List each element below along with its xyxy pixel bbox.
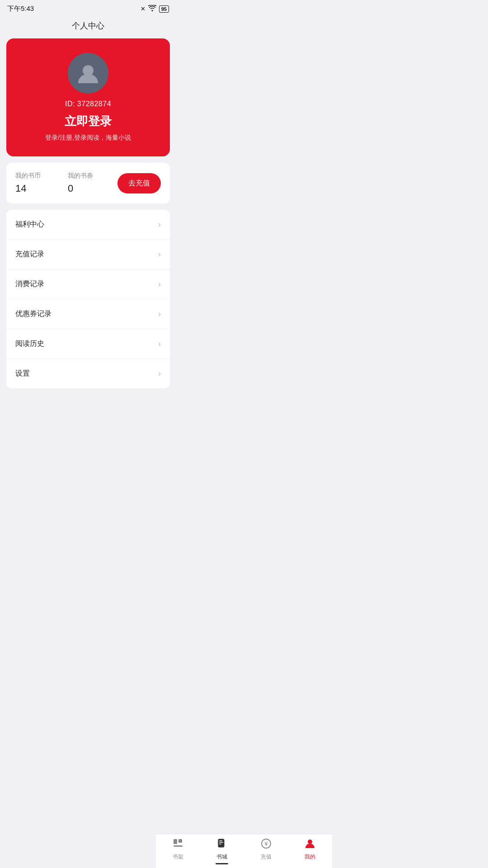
svg-rect-1 [174,839,176,844]
status-time: 下午5:43 [7,5,34,13]
user-id: ID: 37282874 [65,100,111,108]
menu-item-label-4: 阅读历史 [15,339,44,349]
status-bar: 下午5:43 ✕ 95 [0,0,176,16]
recharge-button[interactable]: 去充值 [117,173,161,193]
svg-rect-3 [174,845,176,847]
battery-icon: 95 [159,5,169,13]
main-content: ID: 37282874 立即登录 登录/注册,登录阅读，海量小说 我的书币 1… [0,38,176,429]
chevron-icon-2: › [158,279,161,289]
menu-card: 福利中心 › 充值记录 › 消费记录 › 优惠券记录 › 阅读历史 › 设置 › [6,210,170,388]
wallet-card: 我的书币 14 我的书券 0 去充值 [6,163,170,203]
bottom-nav: 书架 书城 ¥ 充值 我的 [156,834,176,868]
coins-item: 我的书币 14 [15,172,41,194]
menu-item-label-3: 优惠券记录 [15,309,52,319]
coins-label: 我的书币 [15,172,41,180]
voucher-value: 0 [68,183,93,194]
status-icons: ✕ 95 [141,5,169,13]
bookshelf-icon [172,838,176,851]
avatar [68,53,108,94]
menu-item-3[interactable]: 优惠券记录 › [6,299,170,329]
chevron-icon-4: › [158,339,161,349]
coins-value: 14 [15,183,41,194]
profile-card[interactable]: ID: 37282874 立即登录 登录/注册,登录阅读，海量小说 [6,38,170,156]
menu-item-1[interactable]: 充值记录 › [6,240,170,269]
menu-item-label-0: 福利中心 [15,220,44,229]
voucher-label: 我的书券 [68,172,93,180]
chevron-icon-0: › [158,220,161,229]
menu-item-0[interactable]: 福利中心 › [6,210,170,240]
nav-bookshelf[interactable]: 书架 [156,838,176,861]
chevron-icon-5: › [158,369,161,378]
page-title: 个人中心 [0,16,176,38]
voucher-item: 我的书券 0 [68,172,93,194]
menu-item-label-5: 设置 [15,369,30,378]
cancel-icon: ✕ [141,5,145,12]
wifi-icon [148,5,156,13]
nav-bookshelf-label: 书架 [173,853,176,861]
login-desc: 登录/注册,登录阅读，海量小说 [45,134,131,142]
wallet-items: 我的书币 14 我的书券 0 [15,172,117,194]
menu-item-2[interactable]: 消费记录 › [6,269,170,299]
menu-item-label-2: 消费记录 [15,279,44,289]
chevron-icon-3: › [158,309,161,319]
menu-item-4[interactable]: 阅读历史 › [6,329,170,359]
menu-item-5[interactable]: 设置 › [6,359,170,388]
chevron-icon-1: › [158,250,161,259]
menu-item-label-1: 充值记录 [15,250,44,259]
login-title[interactable]: 立即登录 [65,113,112,129]
